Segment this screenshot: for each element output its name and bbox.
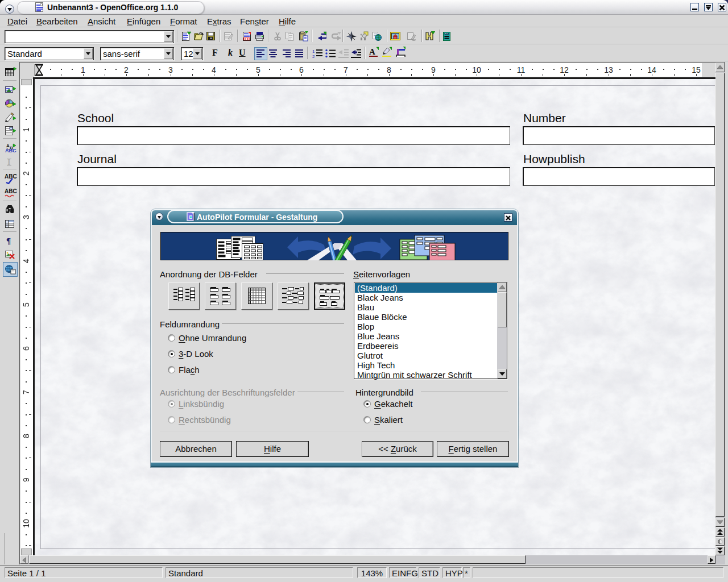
svg-text:3: 3: [22, 215, 31, 219]
svg-text:2: 2: [22, 171, 31, 176]
svg-text:¶: ¶: [6, 236, 11, 246]
svg-text:2: 2: [312, 54, 315, 59]
svg-text:1: 1: [22, 127, 31, 132]
svg-text:10: 10: [22, 519, 31, 528]
svg-text:1: 1: [312, 49, 315, 54]
svg-text:ABC: ABC: [5, 148, 16, 153]
svg-text:6: 6: [22, 346, 31, 351]
svg-text:7: 7: [22, 390, 31, 394]
svg-text:A: A: [369, 47, 375, 56]
svg-text:ABC: ABC: [5, 173, 17, 180]
svg-text:8: 8: [22, 434, 31, 438]
svg-text:4: 4: [22, 259, 31, 263]
svg-text:I: I: [7, 158, 10, 167]
svg-text:5: 5: [22, 302, 31, 307]
svg-text:ABC: ABC: [5, 188, 17, 194]
svg-text:9: 9: [22, 477, 31, 482]
